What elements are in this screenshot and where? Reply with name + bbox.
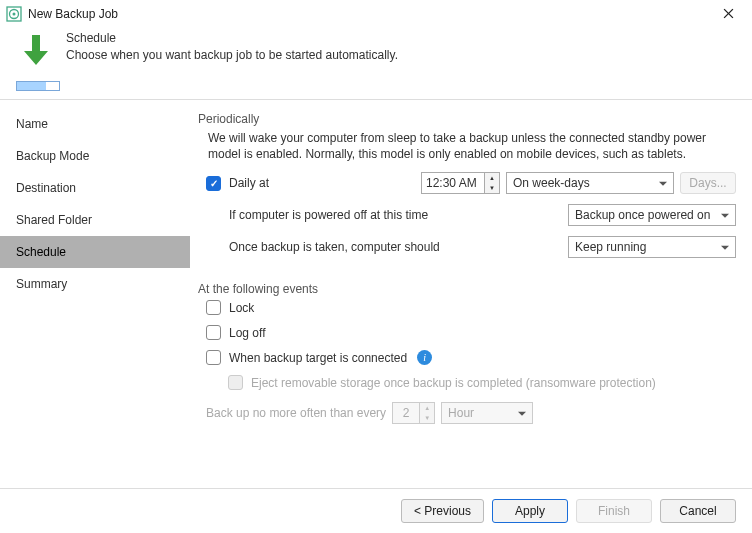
lock-label: Lock: [229, 301, 254, 315]
weekday-select[interactable]: On week-days: [506, 172, 674, 194]
wizard-sidebar: Name Backup Mode Destination Shared Fold…: [0, 100, 190, 480]
sidebar-item-shared-folder[interactable]: Shared Folder: [0, 204, 190, 236]
time-spinner[interactable]: ▲▼: [485, 172, 500, 194]
powered-off-label: If computer is powered off at this time: [229, 208, 428, 222]
daily-checkbox[interactable]: [206, 176, 221, 191]
days-button: Days...: [680, 172, 736, 194]
eject-checkbox: [228, 375, 243, 390]
close-button[interactable]: [710, 2, 746, 26]
finish-button: Finish: [576, 499, 652, 523]
frequency-spinner: ▲▼: [420, 402, 435, 424]
page-subtitle: Choose when you want backup job to be st…: [66, 48, 398, 62]
target-connected-label: When backup target is connected: [229, 351, 407, 365]
periodically-title: Periodically: [198, 112, 736, 126]
powered-off-select[interactable]: Backup once powered on: [568, 204, 736, 226]
after-backup-label: Once backup is taken, computer should: [229, 240, 440, 254]
window-title: New Backup Job: [28, 7, 710, 21]
logoff-label: Log off: [229, 326, 265, 340]
arrow-down-icon: [16, 31, 56, 71]
frequency-label: Back up no more often than every: [206, 406, 386, 420]
sidebar-item-backup-mode[interactable]: Backup Mode: [0, 140, 190, 172]
svg-point-2: [13, 12, 16, 15]
frequency-unit-select: Hour: [441, 402, 533, 424]
apply-button[interactable]: Apply: [492, 499, 568, 523]
cancel-button[interactable]: Cancel: [660, 499, 736, 523]
sidebar-item-destination[interactable]: Destination: [0, 172, 190, 204]
after-backup-select[interactable]: Keep running: [568, 236, 736, 258]
sidebar-item-name[interactable]: Name: [0, 108, 190, 140]
app-icon: [6, 6, 22, 22]
daily-label: Daily at: [229, 176, 284, 190]
info-icon[interactable]: i: [417, 350, 432, 365]
eject-label: Eject removable storage once backup is c…: [251, 376, 656, 390]
time-input[interactable]: 12:30 AM: [421, 172, 485, 194]
logoff-checkbox[interactable]: [206, 325, 221, 340]
sidebar-item-summary[interactable]: Summary: [0, 268, 190, 300]
events-title: At the following events: [198, 282, 736, 296]
frequency-value: 2: [392, 402, 420, 424]
previous-button[interactable]: < Previous: [401, 499, 484, 523]
page-heading: Schedule: [66, 31, 398, 45]
lock-checkbox[interactable]: [206, 300, 221, 315]
sidebar-item-schedule[interactable]: Schedule: [0, 236, 190, 268]
wizard-progress: [16, 81, 60, 91]
target-connected-checkbox[interactable]: [206, 350, 221, 365]
periodically-help: We will wake your computer from sleep to…: [198, 130, 736, 162]
